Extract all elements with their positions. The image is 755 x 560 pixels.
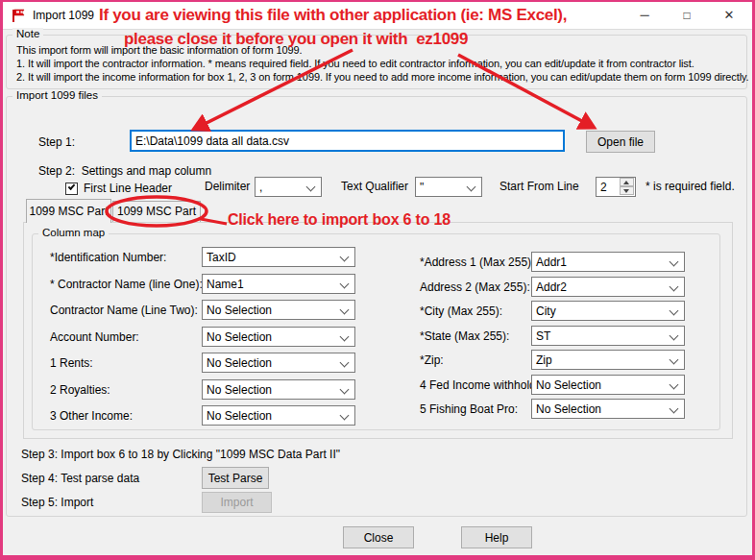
contractor-name-two-select[interactable]: No Selection — [202, 300, 355, 320]
arrow-down-icon — [623, 189, 629, 193]
import-button-label: Import — [220, 496, 253, 509]
first-line-header-checkbox[interactable] — [65, 183, 78, 195]
chevron-down-icon — [670, 331, 679, 341]
step2-label: Step 2: Settings and map column — [38, 164, 211, 178]
spinner-up-button[interactable] — [620, 178, 634, 186]
identification-number-select[interactable]: TaxID — [202, 247, 355, 267]
delimiter-select[interactable]: , — [255, 177, 322, 197]
chevron-down-icon — [670, 306, 679, 316]
rents-value: No Selection — [207, 356, 272, 370]
chevron-down-icon — [340, 280, 350, 289]
first-line-header-label: First Line Header — [84, 182, 172, 195]
step5-label: Step 5: Import — [21, 496, 93, 509]
spinner-down-button[interactable] — [620, 186, 634, 195]
help-button[interactable]: Help — [461, 526, 532, 548]
chevron-down-icon — [670, 257, 679, 267]
chevron-down-icon — [340, 305, 350, 315]
address1-select[interactable]: Addr1 — [531, 252, 685, 272]
account-number-value: No Selection — [207, 330, 272, 344]
start-from-line-value: 2 — [600, 181, 607, 194]
maximize-icon[interactable]: □ — [668, 2, 706, 29]
close-button[interactable]: Close — [343, 526, 414, 548]
chevron-down-icon — [467, 183, 476, 192]
account-number-select[interactable]: No Selection — [202, 327, 355, 347]
open-file-button-label: Open file — [597, 135, 644, 149]
close-icon[interactable]: ✕ — [710, 2, 748, 29]
import-files-legend: Import 1099 files — [12, 89, 102, 101]
text-qualifier-value: " — [420, 181, 424, 194]
chevron-down-icon — [670, 282, 679, 292]
required-field-note: * is required field. — [645, 180, 735, 193]
address1-value: Addr1 — [536, 256, 567, 269]
close-button-label: Close — [364, 531, 394, 545]
minimize-icon[interactable]: ─ — [625, 2, 664, 29]
zip-select[interactable]: Zip — [531, 350, 685, 370]
other-income-value: No Selection — [207, 409, 272, 423]
column-map-legend: Column map — [38, 227, 109, 238]
start-from-line-label: Start From Line — [499, 180, 579, 193]
fishing-boat-pro-select[interactable]: No Selection — [531, 399, 685, 419]
city-select[interactable]: City — [531, 301, 685, 321]
help-button-label: Help — [485, 531, 509, 545]
chevron-down-icon — [340, 253, 350, 262]
note-line-1: This import form will import the basic i… — [16, 44, 302, 56]
arrow-up-icon — [623, 181, 629, 184]
window-title: Import 1099 — [33, 9, 94, 22]
city-value: City — [536, 304, 556, 318]
state-select[interactable]: ST — [531, 326, 685, 346]
chevron-down-icon — [340, 385, 350, 395]
import-1099-dialog: Import 1099 ─ □ ✕ Note This import form … — [0, 0, 755, 560]
title-bar: Import 1099 ─ □ ✕ — [3, 2, 752, 30]
test-parse-button-label: Test Parse — [208, 472, 263, 485]
contractor-name-one-select[interactable]: Name1 — [202, 274, 355, 294]
note-line-3: 2. It will import the income information… — [16, 71, 749, 83]
chevron-down-icon — [670, 404, 679, 414]
contractor-name-one-value: Name1 — [207, 278, 244, 291]
step1-label: Step 1: — [38, 135, 75, 149]
other-income-select[interactable]: No Selection — [202, 405, 355, 426]
chevron-down-icon — [670, 355, 679, 365]
text-qualifier-label: Text Qualifier — [341, 180, 408, 193]
file-path-input[interactable] — [130, 130, 565, 152]
chevron-down-icon — [340, 411, 350, 421]
open-file-button[interactable]: Open file — [586, 131, 655, 153]
royalties-value: No Selection — [207, 383, 272, 397]
rents-select[interactable]: No Selection — [202, 353, 355, 373]
zip-value: Zip — [536, 353, 552, 367]
fishing-boat-pro-value: No Selection — [536, 402, 601, 416]
screenshot-border — [0, 555, 755, 560]
test-parse-button[interactable]: Test Parse — [202, 467, 269, 489]
state-value: ST — [536, 329, 550, 343]
step3-label: Step 3: Import box 6 to 18 by Clicking "… — [21, 448, 340, 461]
tab-1099-msc-part-1[interactable]: 1099 MSC Part I — [26, 199, 111, 223]
chevron-down-icon — [340, 332, 350, 342]
checkmark-icon — [68, 183, 76, 190]
address2-select[interactable]: Addr2 — [531, 277, 685, 297]
fed-income-withhold-value: No Selection — [536, 378, 601, 392]
address2-value: Addr2 — [536, 280, 567, 294]
tab-1099-msc-part-2[interactable]: 1099 MSC Part II — [112, 201, 201, 223]
chevron-down-icon — [306, 183, 316, 192]
import-button[interactable]: Import — [202, 492, 272, 513]
text-qualifier-select[interactable]: " — [415, 177, 482, 197]
start-from-line-stepper[interactable]: 2 — [596, 177, 636, 197]
note-legend: Note — [12, 28, 43, 39]
fed-income-withhold-select[interactable]: No Selection — [531, 375, 685, 395]
note-line-2: 1. It will import the contractor informa… — [16, 58, 694, 69]
delimiter-label: Delimiter — [205, 180, 250, 193]
contractor-name-two-value: No Selection — [207, 304, 272, 317]
note-group: Note This import form will import the ba… — [6, 35, 747, 89]
royalties-select[interactable]: No Selection — [202, 379, 355, 400]
chevron-down-icon — [670, 380, 679, 390]
delimiter-value: , — [259, 181, 262, 194]
identification-number-value: TaxID — [207, 251, 236, 264]
step4-label: Step 4: Test parse data — [21, 472, 139, 485]
chevron-down-icon — [340, 358, 350, 368]
ez1099-app-icon — [11, 8, 27, 24]
